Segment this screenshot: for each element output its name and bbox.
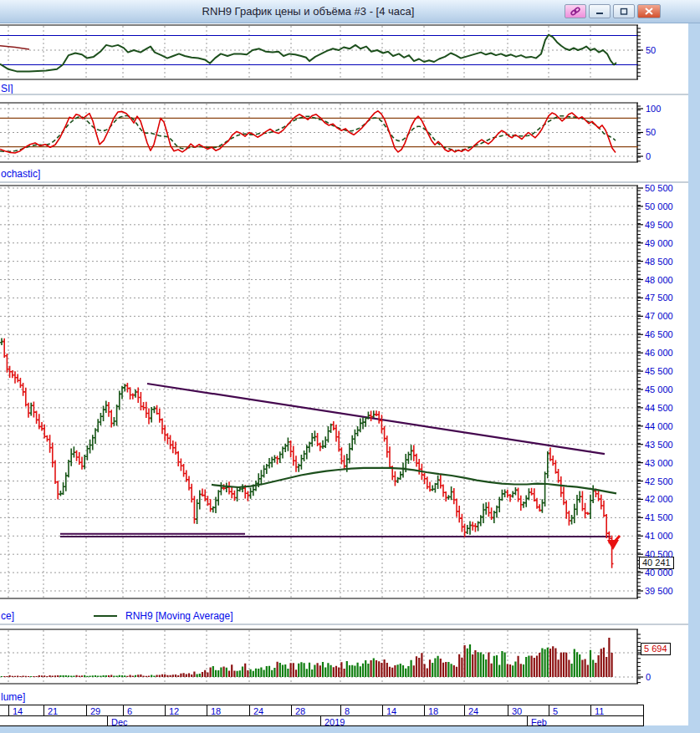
price-axis-label: 41 500 — [645, 512, 673, 522]
restore-icon — [619, 4, 629, 19]
price-axis-label: 50 000 — [645, 201, 673, 211]
stochastic-legend: ochastic] — [1, 168, 40, 180]
date-month-label: Feb — [531, 717, 547, 727]
price-axis-label: 39 500 — [645, 586, 673, 596]
price-axis-label: 49 500 — [645, 220, 673, 230]
rsi-axis-label: 50 — [646, 45, 656, 55]
price-axis-label: 48 000 — [645, 275, 673, 285]
stoch-axis-label-100: 100 — [646, 104, 661, 114]
rsi-legend: SI] — [1, 83, 13, 94]
price-axis-label: 42 000 — [645, 494, 673, 504]
price-axis-label: 47 000 — [645, 311, 673, 321]
price-axis-label: 40 500 — [645, 549, 673, 559]
date-day-label: 24 — [468, 706, 478, 716]
date-day-label: 24 — [253, 706, 263, 716]
minimize-button[interactable] — [589, 4, 611, 18]
date-day-label: 29 — [90, 706, 100, 716]
date-day-label: 30 — [512, 706, 522, 716]
date-day-label: 18 — [428, 706, 438, 716]
price-axis-label: 50 500 — [645, 183, 673, 193]
panel-separator — [0, 624, 688, 625]
app-window: RNH9 График цены и объёма #3 - [4 часа] — [0, 0, 700, 733]
chain-link-icon — [570, 4, 581, 19]
price-legend: ce] — [1, 610, 14, 622]
date-day-label: 5 — [553, 706, 558, 716]
date-day-label: 21 — [48, 706, 58, 716]
close-button[interactable] — [637, 4, 661, 18]
date-day-label: 11 — [595, 706, 604, 716]
price-axis-label: 48 500 — [645, 257, 673, 267]
price-axis-label: 44 500 — [645, 403, 673, 413]
window-title: RNH9 График цены и объёма #3 - [4 часа] — [50, 5, 566, 18]
ma-legend: RNH9 [Moving Average] — [125, 610, 233, 622]
price-axis-label: 47 500 — [645, 293, 673, 303]
stoch-axis-label-0: 0 — [646, 151, 651, 161]
price-axis-label: 46 000 — [645, 348, 673, 358]
date-day-label: 28 — [295, 706, 305, 716]
price-axis-label: 41 000 — [645, 531, 673, 541]
current-volume-box: 5 694 — [641, 643, 671, 655]
panel-separator — [0, 181, 688, 183]
ma-legend-line — [94, 615, 117, 617]
price-axis-label: 45 500 — [645, 366, 673, 376]
price-axis-label: 44 000 — [645, 421, 673, 431]
restore-button[interactable] — [613, 4, 635, 18]
panel-separator — [0, 94, 688, 95]
date-day-label: 6 — [127, 706, 132, 716]
price-axis-label: 43 000 — [645, 458, 673, 468]
price-axis-label: 46 500 — [645, 329, 673, 339]
close-icon — [644, 4, 654, 19]
price-axis-label: 43 500 — [645, 440, 673, 450]
minimize-icon — [595, 4, 605, 19]
price-axis-label: 42 500 — [645, 476, 673, 486]
price-axis-label: 45 000 — [645, 384, 673, 394]
price-axis-label: 49 000 — [645, 238, 673, 248]
stoch-axis-label-50: 50 — [646, 127, 656, 137]
price-axis-label: 40 000 — [645, 568, 673, 578]
volume-legend: lume] — [1, 691, 25, 703]
date-day-label: 14 — [13, 706, 23, 716]
volume-zero-label: 0 — [646, 672, 651, 682]
date-month-label: Dec — [111, 717, 128, 727]
date-day-label: 14 — [386, 706, 396, 716]
date-month-label: 2019 — [324, 717, 345, 727]
window-buttons — [565, 4, 661, 18]
date-day-label: 12 — [169, 706, 179, 716]
link-button[interactable] — [565, 4, 586, 18]
date-day-label: 18 — [211, 706, 221, 716]
date-day-label: 8 — [345, 706, 350, 716]
title-bar[interactable]: RNH9 График цены и объёма #3 - [4 часа] — [0, 0, 700, 23]
